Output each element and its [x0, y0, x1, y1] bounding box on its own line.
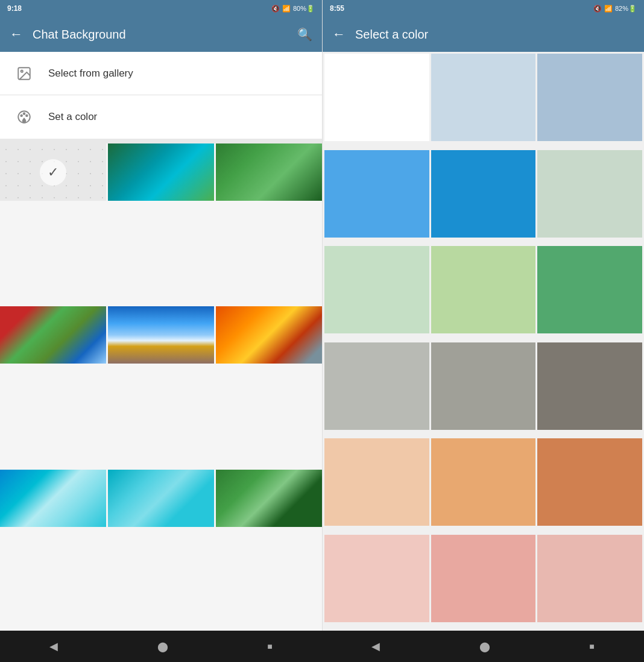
color-swatch-6[interactable]: [324, 246, 429, 333]
wallpaper-greenleaf[interactable]: [216, 470, 322, 527]
color-swatch-12[interactable]: [324, 438, 429, 526]
wallpaper-grid: ✓: [0, 143, 322, 631]
nav-recent-left[interactable]: ■: [253, 637, 286, 656]
color-label: Set a color: [48, 111, 97, 123]
search-button[interactable]: 🔍: [297, 27, 312, 42]
status-bar-right: 8:55 🔇 📶 82%🔋: [323, 0, 644, 17]
color-swatch-11[interactable]: [537, 342, 642, 430]
color-swatch-10[interactable]: [431, 342, 536, 430]
wallpaper-desert[interactable]: [216, 306, 322, 364]
color-swatch-14[interactable]: [537, 438, 642, 526]
page-title-right: Select a color: [355, 28, 634, 42]
wallpaper-lighthouse[interactable]: [108, 306, 214, 364]
palette-icon: [12, 105, 36, 129]
back-button-left[interactable]: ←: [10, 27, 23, 42]
wallpaper-aerial[interactable]: [108, 143, 214, 201]
color-swatch-5[interactable]: [537, 150, 642, 238]
color-swatch-4[interactable]: [431, 150, 536, 238]
wifi-icon-left: 📶: [282, 5, 291, 13]
right-screen: 8:55 🔇 📶 82%🔋 ← Select a color: [322, 0, 644, 631]
wifi-icon-right: 📶: [604, 5, 613, 13]
nav-left: ◀ ⬤ ■: [0, 631, 322, 662]
mute-icon-right: 🔇: [593, 5, 602, 13]
color-swatch-7[interactable]: [431, 246, 536, 333]
time-left: 9:18: [7, 4, 22, 13]
status-icons-left: 🔇 📶 80%🔋: [271, 5, 315, 13]
color-palette-grid: [323, 52, 644, 631]
nav-back-right[interactable]: ◀: [357, 635, 394, 658]
color-swatch-3[interactable]: [324, 150, 429, 238]
time-right: 8:55: [330, 4, 344, 13]
wallpaper-eiffel[interactable]: [0, 306, 106, 364]
nav-recent-right[interactable]: ■: [575, 637, 608, 656]
gallery-label: Select from gallery: [48, 68, 133, 80]
nav-home-right[interactable]: ⬤: [465, 636, 505, 657]
page-title-left: Chat Background: [33, 28, 288, 42]
status-icons-right: 🔇 📶 82%🔋: [593, 5, 637, 13]
gallery-menu-item[interactable]: Select from gallery: [0, 52, 322, 95]
color-swatch-17[interactable]: [537, 535, 642, 622]
color-swatch-8[interactable]: [537, 246, 642, 333]
color-swatch-2[interactable]: [537, 54, 642, 141]
color-swatch-15[interactable]: [324, 535, 429, 622]
wallpaper-pattern[interactable]: ✓: [0, 143, 106, 201]
svg-point-1: [21, 70, 23, 72]
status-bar-left: 9:18 🔇 📶 80%🔋: [0, 0, 322, 17]
color-swatch-9[interactable]: [324, 342, 429, 430]
color-swatch-0[interactable]: [324, 54, 429, 141]
color-swatch-13[interactable]: [431, 438, 536, 526]
header-left: ← Chat Background 🔍: [0, 17, 322, 52]
svg-point-4: [24, 113, 25, 115]
wallpaper-leaf[interactable]: [216, 143, 322, 201]
battery-right: 82%🔋: [615, 5, 637, 13]
nav-home-left[interactable]: ⬤: [143, 636, 183, 657]
svg-point-5: [26, 115, 28, 117]
wallpaper-ocean[interactable]: [0, 470, 106, 527]
battery-left: 80%🔋: [293, 5, 315, 13]
selected-check: ✓: [40, 159, 66, 186]
divider: [0, 139, 322, 143]
header-right: ← Select a color: [323, 17, 644, 52]
color-swatch-1[interactable]: [431, 54, 536, 141]
color-menu-item[interactable]: Set a color: [0, 95, 322, 139]
nav-right: ◀ ⬤ ■: [322, 631, 644, 662]
mute-icon-left: 🔇: [271, 5, 280, 13]
wallpaper-turquoise[interactable]: [108, 470, 214, 527]
color-swatch-16[interactable]: [431, 535, 536, 622]
back-button-right[interactable]: ←: [332, 27, 346, 42]
gallery-icon: [12, 61, 36, 86]
svg-point-3: [21, 115, 22, 117]
left-screen: 9:18 🔇 📶 80%🔋 ← Chat Background 🔍: [0, 0, 322, 631]
nav-back-left[interactable]: ◀: [35, 635, 72, 658]
menu-list: Select from gallery Set a color: [0, 52, 322, 139]
bottom-navigation: ◀ ⬤ ■ ◀ ⬤ ■: [0, 631, 644, 662]
